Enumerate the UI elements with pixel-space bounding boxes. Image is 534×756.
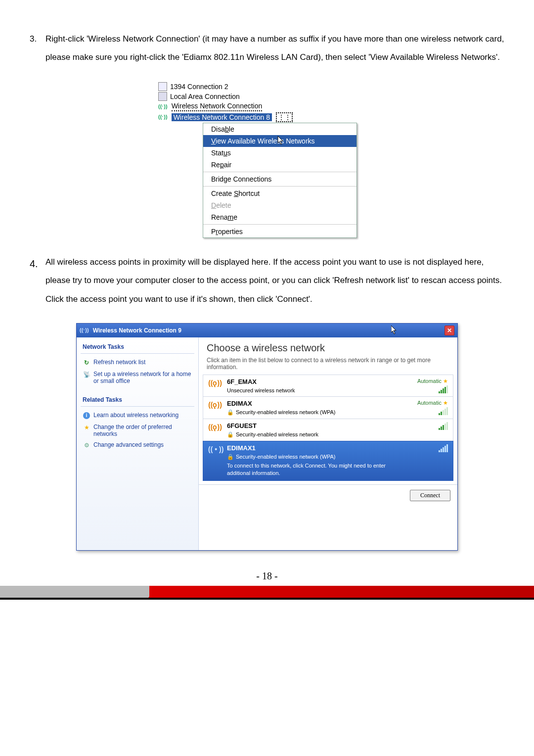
network-name: 6FGUEST	[227, 422, 399, 429]
gear-icon: ⚙	[83, 441, 90, 449]
sidebar-head-tasks: Network Tasks	[81, 340, 194, 354]
order-link[interactable]: ★ Change the order of preferred networks	[81, 422, 194, 439]
network-sub: Security-enabled wireless network	[236, 431, 318, 437]
step4-text: All wireless access points in proximity …	[45, 253, 504, 308]
wifi-signal-icon: ((ǫ))	[208, 400, 222, 409]
context-menu: Disable View Available Wireless Networks…	[203, 123, 357, 238]
info-icon: i	[83, 412, 90, 419]
auto-badge: Automatic	[417, 400, 442, 406]
menu-shortcut[interactable]: Create Shortcut	[203, 188, 356, 199]
step3-number: 3.	[30, 30, 45, 67]
network-sub: Unsecured wireless network	[227, 387, 399, 393]
footer-decoration	[0, 586, 534, 600]
network-name: EDIMAX	[227, 400, 399, 407]
firewire-icon	[158, 82, 167, 91]
lock-icon: 🔒	[227, 454, 234, 460]
network-item[interactable]: ((ǫ)) 6F_EMAX Unsecured wireless network…	[203, 375, 453, 397]
connect-button[interactable]: Connect	[410, 490, 450, 501]
dots-right-icon: ⋯⋯•	[360, 138, 373, 154]
network-item-selected[interactable]: (( • )) EDIMAX1 🔒Security-enabled wirele…	[203, 441, 453, 481]
wifi-signal-icon: ((ǫ))	[208, 422, 222, 431]
wifi-signal-icon: ((ǫ))	[208, 378, 222, 387]
signal-bars-icon	[439, 444, 448, 452]
antenna-icon: 📡	[83, 371, 90, 378]
menu-disable[interactable]: Disable	[203, 123, 356, 135]
menu-delete: Delete	[203, 199, 356, 211]
conn-wifi: Wireless Network Connection	[172, 102, 263, 111]
signal-bars-icon	[439, 422, 448, 430]
menu-bridge[interactable]: Bridge Connections	[203, 173, 356, 185]
main-desc: Click an item in the list below to conne…	[199, 357, 457, 375]
conn-lan: Local Area Connection	[170, 93, 240, 100]
menu-view-networks[interactable]: View Available Wireless Networks ⋯⋯•	[203, 135, 356, 147]
network-name: EDIMAX1	[227, 444, 399, 452]
selection-dots-icon: ⋮⋮	[276, 112, 293, 122]
close-button[interactable]: ✕	[445, 326, 454, 335]
sidebar: Network Tasks ↻ Refresh network list 📡 S…	[77, 337, 199, 550]
cursor-icon	[391, 326, 398, 334]
menu-status[interactable]: Status	[203, 147, 356, 159]
conn-1394: 1394 Connection 2	[170, 83, 228, 91]
context-menu-figure: 1394 Connection 2 Local Area Connection …	[158, 82, 420, 238]
network-name: 6F_EMAX	[227, 378, 399, 385]
step3-text: Right-click 'Wireless Network Connection…	[45, 30, 504, 67]
advanced-label: Change advanced settings	[93, 441, 164, 448]
wireless-dialog: ((⋅)) Wireless Network Connection 9 ✕ Ne…	[76, 323, 458, 551]
star-icon: ★	[83, 424, 90, 431]
wifi-signal-icon: (( • ))	[208, 444, 222, 453]
refresh-link[interactable]: ↻ Refresh network list	[81, 357, 194, 369]
signal-bars-icon	[439, 385, 448, 393]
network-item[interactable]: ((ǫ)) 6FGUEST 🔒Security-enabled wireless…	[203, 419, 453, 441]
lock-icon: 🔒	[227, 431, 234, 438]
network-item[interactable]: ((ǫ)) EDIMAX 🔒Security-enabled wireless …	[203, 396, 453, 419]
lan-icon	[158, 92, 167, 101]
lock-icon: 🔒	[227, 409, 234, 416]
wifi-icon: ((⋅))	[158, 103, 168, 110]
conn-wifi8[interactable]: Wireless Network Connection 8	[172, 113, 272, 121]
dialog-title: Wireless Network Connection 9	[93, 327, 181, 334]
network-sub: Security-enabled wireless network (WPA)	[236, 454, 336, 460]
setup-label: Set up a wireless network for a home or …	[93, 371, 192, 384]
sidebar-head-related: Related Tasks	[81, 393, 194, 407]
signal-bars-icon	[439, 407, 448, 415]
advanced-link[interactable]: ⚙ Change advanced settings	[81, 439, 194, 451]
cursor-icon	[277, 136, 284, 145]
auto-badge: Automatic	[417, 378, 442, 384]
learn-link[interactable]: i Learn about wireless networking	[81, 410, 194, 422]
menu-rename[interactable]: Rename	[203, 211, 356, 223]
wifi-icon: ((⋅))	[80, 327, 89, 333]
order-label: Change the order of preferred networks	[93, 424, 192, 437]
refresh-icon: ↻	[83, 359, 90, 367]
main-title: Choose a wireless network	[199, 337, 457, 357]
star-icon: ★	[443, 400, 448, 406]
refresh-label: Refresh network list	[93, 359, 145, 366]
setup-link[interactable]: 📡 Set up a wireless network for a home o…	[81, 369, 194, 386]
menu-properties[interactable]: Properties	[203, 226, 356, 237]
star-icon: ★	[443, 378, 448, 384]
wifi-icon: ((⋅))	[158, 114, 168, 120]
network-sub: Security-enabled wireless network (WPA)	[236, 409, 336, 415]
page-number: - 18 -	[0, 570, 534, 582]
learn-label: Learn about wireless networking	[93, 412, 178, 419]
step4-number: 4.	[30, 253, 45, 308]
menu-repair[interactable]: Repair	[203, 159, 356, 171]
network-extra: To connect to this network, click Connec…	[227, 462, 399, 477]
